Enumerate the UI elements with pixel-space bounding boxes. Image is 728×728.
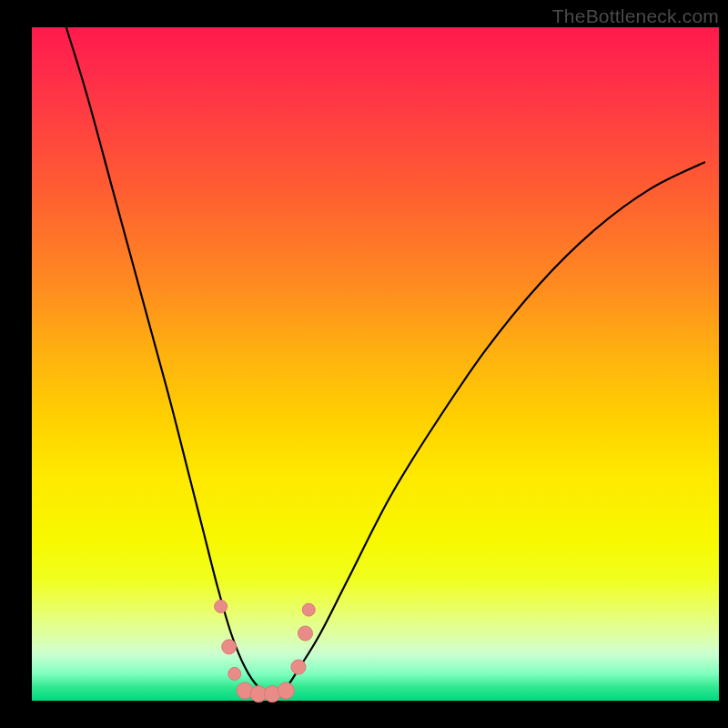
marker-group <box>215 600 316 702</box>
data-marker <box>278 682 294 699</box>
chart-svg <box>32 27 719 701</box>
data-marker <box>215 600 228 612</box>
data-marker <box>222 640 237 654</box>
watermark-text: TheBottleneck.com <box>552 5 719 27</box>
bottleneck-curve <box>66 27 705 694</box>
data-marker <box>298 626 312 641</box>
chart-frame: TheBottleneck.com <box>0 0 728 728</box>
data-marker <box>302 603 315 616</box>
plot-area <box>32 27 719 701</box>
data-marker <box>291 660 306 674</box>
data-marker <box>228 667 241 680</box>
